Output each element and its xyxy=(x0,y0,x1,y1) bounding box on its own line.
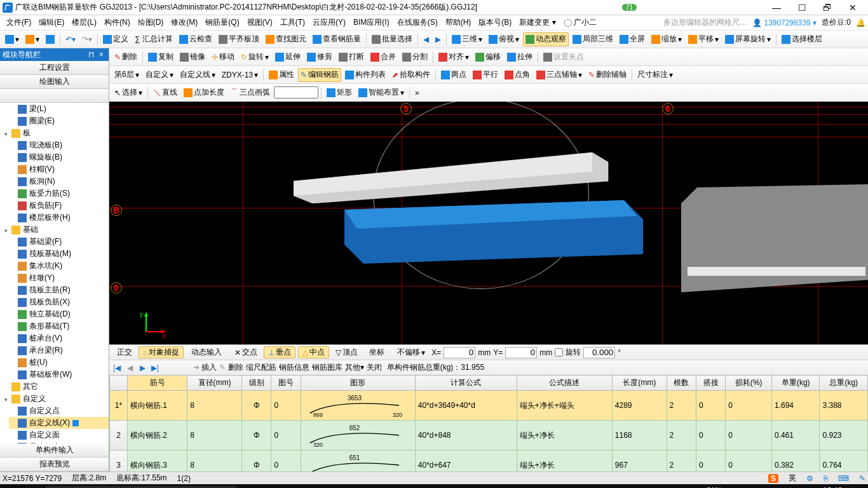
x-field[interactable] xyxy=(444,347,475,358)
nav-project-settings[interactable]: 工程设置 xyxy=(0,61,109,75)
link-label[interactable]: 链接 xyxy=(519,485,541,488)
owner-button[interactable]: ◯ 广小二 xyxy=(560,17,600,28)
scaledim-button[interactable]: 缩尺配筋 xyxy=(246,362,276,373)
delete2-button[interactable]: ✎ 删除 xyxy=(219,362,243,373)
tray-item[interactable]: ✎ xyxy=(859,474,865,483)
nav-report-preview[interactable]: 报表预览 xyxy=(0,458,109,471)
save-button[interactable] xyxy=(43,32,57,46)
arc-input[interactable] xyxy=(274,86,318,98)
first-button[interactable]: |◀ xyxy=(112,363,122,373)
prev-button[interactable]: ◀ xyxy=(421,32,431,46)
merge-button[interactable]: 合并 xyxy=(368,50,398,64)
dyninput-toggle[interactable]: 动态输入 xyxy=(186,347,226,358)
menu-file[interactable]: 文件(F) xyxy=(3,17,35,28)
define-button[interactable]: 定义 xyxy=(100,32,131,46)
sumcalc-button[interactable]: ∑ 汇总计算 xyxy=(132,32,175,46)
extend-button[interactable]: 延伸 xyxy=(273,50,303,64)
menu-edit[interactable]: 编辑(E) xyxy=(35,17,68,28)
dynview-button[interactable]: 动态观察 xyxy=(523,32,569,46)
editrebar-button[interactable]: ✎ 编辑钢筋 xyxy=(298,68,341,82)
offset-button[interactable]: 偏移 xyxy=(473,50,503,64)
tree-boardbar[interactable]: 板受力筋(S) xyxy=(9,187,109,200)
batch-button[interactable]: 批量选择 xyxy=(369,32,415,46)
tree-spiralboard[interactable]: 螺旋板(B) xyxy=(9,151,109,163)
expand-button[interactable]: » xyxy=(412,86,422,100)
rotate-button[interactable]: ↻ 旋转▾ xyxy=(238,50,271,64)
rebar-table[interactable]: 筋号 直径(mm) 级别 图号 图形 计算公式 公式描述 长度(mm) 根数 搭… xyxy=(109,375,868,471)
menu-modify[interactable]: 修改(M) xyxy=(167,17,201,28)
other-button[interactable]: 其他▾ xyxy=(345,362,364,373)
cloudcheck-button[interactable]: 云检查 xyxy=(177,32,215,46)
tree-raftmain[interactable]: 筏板主筋(R) xyxy=(9,284,109,296)
nav-draw-input[interactable]: 绘图输入 xyxy=(0,75,109,89)
perp-toggle[interactable]: ⊥ 垂点 xyxy=(264,346,295,358)
coord-toggle[interactable]: 坐标 xyxy=(364,347,388,358)
nooffset-select[interactable]: 不偏移 ▾ xyxy=(393,347,429,358)
undo-button[interactable]: ↶▾ xyxy=(63,32,78,46)
user-info[interactable]: 👤 13907298339 ▾ xyxy=(752,18,817,27)
bell-icon[interactable]: 🔔 xyxy=(856,18,865,27)
3d-viewport[interactable]: 5 6 B 0 xyxy=(109,102,868,344)
insert-button[interactable]: ➔ 插入 xyxy=(193,362,217,373)
tree-raftneg[interactable]: 筏板负筋(X) xyxy=(9,296,109,308)
rect-button[interactable]: 矩形 xyxy=(324,86,355,100)
menu-help[interactable]: 帮助(H) xyxy=(442,17,475,28)
taskview-icon[interactable]: ⎚ xyxy=(238,485,261,488)
ime-label[interactable]: 英 xyxy=(789,473,796,484)
elemlist-button[interactable]: 构件列表 xyxy=(342,68,388,82)
tree-basebeam[interactable]: 基础梁(F) xyxy=(9,236,109,248)
line-button[interactable]: ＼ 直线 xyxy=(151,86,180,100)
menu-draw[interactable]: 绘图(D) xyxy=(134,17,168,28)
zoom-button[interactable]: 缩放▾ xyxy=(649,32,684,46)
y-field[interactable] xyxy=(505,347,537,358)
maximize-button[interactable]: ☐ xyxy=(789,3,815,13)
app-360[interactable]: ◉ xyxy=(455,485,478,488)
app-store[interactable]: ⛶ xyxy=(334,485,357,488)
dim-button[interactable]: 尺寸标注▾ xyxy=(635,68,675,82)
break-button[interactable]: 打断 xyxy=(336,50,367,64)
tray-item[interactable]: ⎘ xyxy=(824,474,828,483)
tree-beam[interactable]: 梁(L) xyxy=(9,103,109,115)
app-browser1[interactable]: ⟳ xyxy=(286,485,309,488)
move-button[interactable]: ✢ 移动 xyxy=(209,50,237,64)
app-explorer[interactable]: ▭ xyxy=(262,485,285,488)
last-button[interactable]: ▶| xyxy=(150,363,160,373)
tree-raft[interactable]: 筏板基础(M) xyxy=(9,248,109,260)
menu-view[interactable]: 视图(V) xyxy=(243,17,276,28)
app-folder[interactable]: ▭ xyxy=(479,485,502,488)
trim-button[interactable]: 修剪 xyxy=(304,50,335,64)
tray-item[interactable]: ⚙ xyxy=(806,474,813,483)
tree-ringbeam[interactable]: 圈梁(E) xyxy=(9,115,109,127)
minimize-button[interactable]: — xyxy=(764,3,789,13)
close-button[interactable]: ✕ xyxy=(840,3,865,13)
new-button[interactable]: ▾ xyxy=(3,32,22,46)
arc3-button[interactable]: ⌒ 三点画弧 xyxy=(228,86,273,100)
angle-button[interactable]: 点角 xyxy=(502,68,532,82)
threeaxis-button[interactable]: 三点辅轴▾ xyxy=(534,68,585,82)
app-qq[interactable]: ◔ xyxy=(431,485,454,488)
tree-stub[interactable]: 柱墩(Y) xyxy=(9,272,109,284)
tree-castboard[interactable]: 现浇板(B) xyxy=(9,139,109,151)
flat-button[interactable]: 平齐板顶 xyxy=(216,32,262,46)
screenrot-button[interactable]: 屏幕旋转▾ xyxy=(722,32,773,46)
copy-button[interactable]: 复制 xyxy=(146,50,176,64)
tree-baseband[interactable]: 基础板带(W) xyxy=(9,369,109,381)
cortana-button[interactable]: ◯ xyxy=(24,485,44,488)
tree-other[interactable]: ▸其它 xyxy=(3,381,109,393)
sidebar-pin[interactable]: ⊓ xyxy=(86,50,97,59)
table-row[interactable]: 1*横向钢筋.18Φ0365386932040*d+3649+40*d端头+净长… xyxy=(110,391,868,421)
tree-strip[interactable]: 条形基础(T) xyxy=(9,320,109,332)
app-chrome[interactable]: ◉ xyxy=(358,485,381,488)
menu-component[interactable]: 构件(N) xyxy=(100,17,134,28)
code-select[interactable]: ZDYX-13 ▾ xyxy=(219,68,261,82)
rotate-checkbox[interactable] xyxy=(555,348,563,356)
paste2-button[interactable] xyxy=(178,363,188,373)
tree-sump[interactable]: 集水坑(K) xyxy=(9,260,109,272)
fullscreen-button[interactable]: 全屏 xyxy=(617,32,648,46)
mirror-button[interactable]: 镜像 xyxy=(177,50,208,64)
rebarlib-button[interactable]: 钢筋图库 xyxy=(312,362,342,373)
mid-toggle[interactable]: △ 中点 xyxy=(298,346,329,358)
floor-select[interactable]: 第6层 ▾ xyxy=(112,68,142,82)
angle-field[interactable] xyxy=(583,347,615,358)
tree-customln[interactable]: 自定义线(X) xyxy=(9,417,109,429)
